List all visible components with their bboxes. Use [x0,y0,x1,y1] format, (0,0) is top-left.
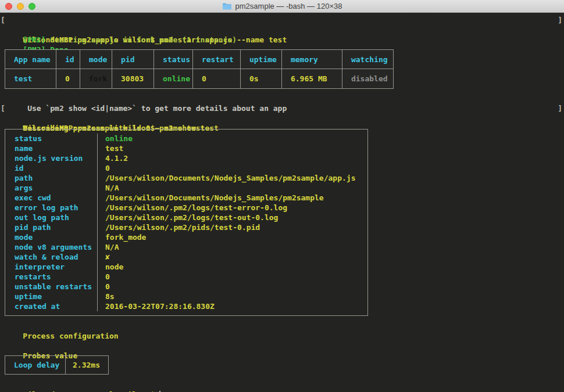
detail-value: online [98,134,367,143]
process-configuration-text: Process configuration [23,332,118,340]
col-header-id: id [56,50,80,69]
cell-app-name: test [5,69,56,89]
cell-mode: fork [80,69,112,89]
detail-key: node v8 arguments [5,242,98,252]
pm2-starting-line: [PM2] Starting app.js in fork_mode (1 in… [0,25,564,35]
col-header-status: status [154,50,193,69]
minimize-button[interactable] [17,3,24,10]
close-button[interactable] [5,3,12,10]
detail-row-interpreter: interpreternode [5,262,367,272]
zoom-button[interactable] [28,3,35,10]
detail-row-watch-reload: watch & reload✘ [5,252,367,262]
detail-key: interpreter [5,262,98,272]
detail-key: created at [5,301,98,311]
probe-key: Loop delay [5,356,66,375]
folder-icon [222,2,232,10]
prompt-line-2: [ WilsondeMBP:pm2sample wilson$ pm2 show… [0,103,564,113]
cell-restart: 0 [192,69,240,89]
detail-value: 4.1.2 [98,153,367,163]
col-header-mode: mode [80,50,112,69]
detail-value: N/A [98,183,367,193]
detail-key: exec cwd [5,193,98,203]
window-title: pm2sample — -bash — 120×38 [235,2,342,10]
detail-key: mode [5,232,98,242]
cell-watching: disabled [342,69,393,89]
detail-key: out log path [5,213,98,222]
detail-row-pid-path: pid path/Users/wilson/.pm2/pids/test-0.p… [5,222,367,232]
detail-row-uptime: uptime8s [5,292,367,301]
detail-value: 0 [98,282,367,292]
detail-key: name [5,143,98,153]
detail-row-node-v8-args: node v8 argumentsN/A [5,242,367,252]
col-header-restart: restart [192,50,240,69]
process-list-table: App name id mode pid status restart upti… [5,49,394,89]
detail-row-id: id0 [5,163,367,173]
detail-row-status: statusonline [5,134,367,143]
detail-row-node-version: node.js version4.1.2 [5,153,367,163]
detail-key: node.js version [5,153,98,163]
detail-value: 0 [98,272,367,282]
detail-row-created-at: created at2016-03-22T07:28:16.830Z [5,301,367,311]
use-hint-line: Use `pm2 show <id|name>` to get more det… [0,93,564,103]
probes-value-line: Probes value [0,341,564,351]
detail-value: node [98,262,367,272]
detail-value: 8s [98,292,367,301]
detail-value: /Users/wilson/Documents/Nodejs_Samples/p… [98,193,367,203]
detail-value: N/A [98,242,367,252]
process-table-header-row: App name id mode pid status restart upti… [5,50,394,69]
detail-value: 2016-03-22T07:28:16.830Z [98,301,367,311]
cell-uptime: 0s [240,69,281,89]
process-table-row: test 0 fork 30803 online 0 0s 6.965 MB d… [5,69,394,89]
detail-row-exec-cwd: exec cwd/Users/wilson/Documents/Nodejs_S… [5,193,367,203]
detail-key: path [5,173,98,183]
process-details-table: statusonline nametest node.js version4.1… [5,129,368,316]
col-header-watching: watching [342,50,393,69]
probes-table-row: Loop delay 2.32ms [5,356,109,375]
traffic-lights [5,3,35,10]
cell-memory: 6.965 MB [281,69,342,89]
detail-key: args [5,183,98,193]
detail-key: error log path [5,203,98,213]
detail-key: status [5,134,98,143]
detail-key: restarts [5,272,98,282]
detail-key: uptime [5,292,98,301]
probes-table: Loop delay 2.32ms [5,355,109,375]
terminal-mark-close: ] [558,15,562,25]
detail-row-unstable-restarts: unstable restarts0 [5,282,367,292]
window-titlebar[interactable]: pm2sample — -bash — 120×38 [0,0,564,13]
probe-value: 2.32ms [66,356,109,375]
detail-value: /Users/wilson/Documents/Nodejs_Samples/p… [98,173,367,183]
col-header-memory: memory [281,50,342,69]
detail-key: pid path [5,222,98,232]
terminal-window: pm2sample — -bash — 120×38 [ WilsondeMBP… [0,0,564,392]
detail-row-error-log-path: error log path/Users/wilson/.pm2/logs/te… [5,203,367,213]
detail-value: /Users/wilson/.pm2/pids/test-0.pid [98,222,367,232]
detail-value: fork_mode [98,232,367,242]
detail-value-cross-icon: ✘ [98,252,367,262]
col-header-app-name: App name [5,50,56,69]
detail-key: watch & reload [5,252,98,262]
detail-value: /Users/wilson/.pm2/logs/test-error-0.log [98,203,367,213]
col-header-pid: pid [112,50,154,69]
terminal-mark-open: [ [1,15,5,25]
detail-row-restarts: restarts0 [5,272,367,282]
prompt-line-1: [ WilsondeMBP:pm2sample wilson$ pm2 star… [0,15,564,25]
cell-status: online [154,69,193,89]
pm2-done-line: [PM2] Done. [0,35,564,45]
describing-line: Describing process with id 0 – name test [0,113,564,123]
prompt-line-3[interactable]: WilsondeMBP:pm2sample wilson$ [0,380,564,390]
detail-row-name: nametest [5,143,367,153]
detail-row-out-log-path: out log path/Users/wilson/.pm2/logs/test… [5,213,367,222]
col-header-uptime: uptime [240,50,281,69]
cell-id: 0 [56,69,80,89]
detail-row-path: path/Users/wilson/Documents/Nodejs_Sampl… [5,173,367,183]
detail-row-args: argsN/A [5,183,367,193]
cell-pid: 30803 [112,69,154,89]
process-configuration-line: Process configuration [0,321,564,331]
detail-key: id [5,163,98,173]
detail-value: 0 [98,163,367,173]
detail-key: unstable restarts [5,282,98,292]
terminal-mark-close: ] [558,103,562,113]
detail-value: /Users/wilson/.pm2/logs/test-out-0.log [98,213,367,222]
detail-value: test [98,143,367,153]
